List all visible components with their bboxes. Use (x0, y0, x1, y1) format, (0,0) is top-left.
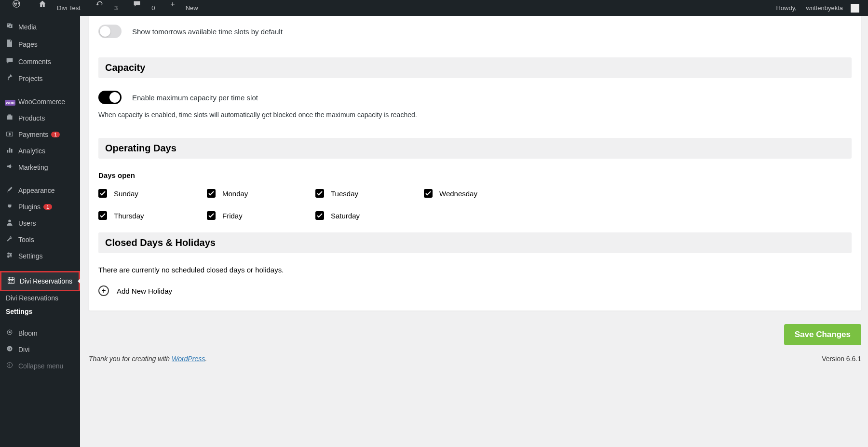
checkbox-tuesday[interactable]: Tuesday (315, 189, 424, 198)
toggle-show-tomorrow[interactable] (98, 25, 122, 38)
sidebar-item-products[interactable]: Products (0, 110, 80, 126)
sidebar-item-label: Projects (18, 75, 43, 82)
comments-link[interactable]: 0 (125, 0, 163, 16)
bloom-icon (5, 329, 14, 338)
svg-point-13 (8, 253, 10, 254)
sidebar-item-divi[interactable]: D Divi (0, 341, 80, 358)
sidebar-item-woocommerce[interactable]: woo WooCommerce (0, 94, 80, 110)
woo-icon: woo (5, 97, 14, 106)
user-icon (5, 219, 14, 228)
plus-icon: + (166, 0, 178, 16)
checkbox-monday[interactable]: Monday (207, 189, 315, 198)
site-name: Divi Test (53, 0, 84, 16)
brush-icon (5, 186, 14, 195)
checkbox-friday[interactable]: Friday (207, 211, 315, 220)
svg-rect-24 (11, 282, 12, 283)
add-holiday-label: Add New Holiday (117, 287, 172, 295)
add-holiday-button[interactable]: + Add New Holiday (98, 285, 852, 296)
media-icon (5, 22, 14, 32)
toggle-enable-capacity[interactable] (98, 91, 122, 104)
howdy-user: writtenbyekta (802, 0, 847, 16)
svg-point-29 (7, 362, 12, 367)
sidebar-item-label: Plugins (18, 203, 41, 211)
svg-text:$: $ (9, 133, 11, 135)
new-label: New (182, 0, 202, 16)
svg-point-9 (8, 219, 11, 222)
svg-rect-6 (7, 150, 8, 153)
svg-rect-22 (12, 280, 13, 281)
sidebar-item-label: Products (18, 114, 45, 122)
sidebar-item-plugins[interactable]: Plugins 1 (0, 199, 80, 215)
divi-icon: D (5, 345, 14, 354)
svg-rect-20 (9, 280, 10, 281)
comment-icon (129, 0, 145, 16)
closed-days-empty-text: There are currently no scheduled closed … (98, 266, 852, 274)
day-label: Saturday (331, 212, 360, 220)
sidebar-item-label: Appearance (18, 187, 55, 194)
sidebar-item-divi-reservations[interactable]: Divi Reservations (0, 271, 80, 291)
sidebar-item-label: WooCommerce (18, 98, 65, 106)
site-link[interactable]: Divi Test (31, 0, 88, 16)
svg-point-26 (9, 331, 11, 333)
wrench-icon (5, 235, 14, 244)
checkmark-icon (207, 189, 216, 198)
checkmark-icon (98, 189, 107, 198)
sidebar-item-comments[interactable]: Comments (0, 53, 80, 70)
submenu-settings[interactable]: Settings (0, 305, 80, 318)
svg-text:D: D (8, 347, 11, 351)
sidebar-item-marketing[interactable]: Marketing (0, 159, 80, 176)
sidebar-item-tools[interactable]: Tools (0, 231, 80, 248)
badge: 1 (51, 132, 60, 137)
new-link[interactable]: + New (163, 0, 205, 16)
day-label: Wednesday (439, 190, 477, 198)
checkmark-icon (207, 211, 216, 220)
day-label: Friday (222, 212, 243, 220)
checkbox-sunday[interactable]: Sunday (98, 189, 207, 198)
sidebar-item-label: Users (18, 219, 36, 227)
day-label: Tuesday (331, 190, 358, 198)
days-open-label: Days open (98, 171, 852, 179)
comments-count: 0 (148, 0, 159, 16)
section-heading-closed-days: Closed Days & Holidays (98, 232, 852, 253)
sidebar-item-payments[interactable]: $ Payments 1 (0, 126, 80, 143)
sidebar-item-label: Bloom (18, 329, 38, 337)
sidebar-item-media[interactable]: Media (0, 18, 80, 36)
howdy-link[interactable]: Howdy, writtenbyekta (768, 0, 863, 16)
wordpress-link[interactable]: WordPress (172, 355, 205, 363)
save-changes-button[interactable]: Save Changes (784, 324, 861, 345)
plug-icon (5, 203, 14, 211)
wordpress-icon (9, 0, 24, 16)
footer-thank-you: Thank you for creating with WordPress. (89, 355, 207, 363)
avatar (851, 4, 859, 13)
sidebar-item-projects[interactable]: Projects (0, 70, 80, 87)
checkbox-wednesday[interactable]: Wednesday (424, 189, 532, 198)
megaphone-icon (5, 163, 14, 172)
day-label: Sunday (114, 190, 138, 198)
checkbox-saturday[interactable]: Saturday (315, 211, 424, 220)
comment-icon (5, 57, 14, 67)
sidebar-collapse[interactable]: Collapse menu (0, 358, 80, 372)
sidebar-item-label: Settings (18, 252, 43, 260)
products-icon (5, 114, 14, 122)
checkbox-thursday[interactable]: Thursday (98, 211, 207, 220)
sliders-icon (5, 252, 14, 260)
sidebar-item-pages[interactable]: Pages (0, 36, 80, 53)
submenu-divi-reservations[interactable]: Divi Reservations (0, 291, 80, 305)
checkmark-icon (315, 211, 324, 220)
updates-link[interactable]: 3 (88, 0, 125, 16)
svg-rect-8 (11, 149, 13, 153)
payments-icon: $ (5, 130, 14, 139)
sidebar-item-label: Media (18, 23, 37, 31)
capacity-hint: When capacity is enabled, time slots wil… (98, 111, 852, 119)
sidebar-item-settings[interactable]: Settings (0, 248, 80, 264)
collapse-icon (5, 362, 14, 370)
sidebar-item-appearance[interactable]: Appearance (0, 182, 80, 199)
home-icon (35, 0, 50, 16)
checkmark-icon (424, 189, 433, 198)
sidebar-item-bloom[interactable]: Bloom (0, 325, 80, 341)
toggle-enable-capacity-label: Enable maximum capacity per time slot (132, 94, 258, 102)
sidebar-item-analytics[interactable]: Analytics (0, 143, 80, 159)
sidebar-item-users[interactable]: Users (0, 215, 80, 231)
wp-logo[interactable] (5, 0, 31, 16)
svg-rect-2 (7, 116, 12, 120)
